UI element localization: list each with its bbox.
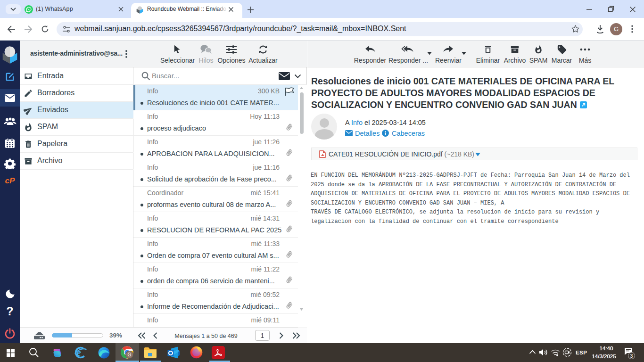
svg-text:e: e (77, 347, 81, 358)
